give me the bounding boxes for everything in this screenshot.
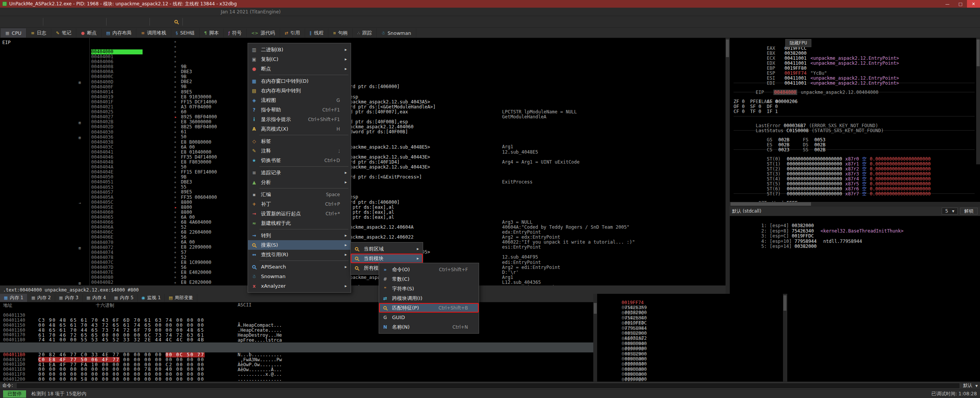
- argument-row[interactable]: 1: [esp+4] 00382000: [734, 218, 980, 224]
- registers-hscrollbar[interactable]: [730, 202, 980, 206]
- breakpoint-dot-icon[interactable]: [174, 95, 176, 100]
- disassembly-row[interactable]: 0040406C 6A 00 push 0: [0, 220, 726, 225]
- register-value[interactable]: 00404000: [773, 90, 797, 95]
- tab-seh[interactable]: § SEH链: [171, 28, 200, 38]
- menu-item-label[interactable]: ◇ 标签: [248, 136, 351, 146]
- breakpoint-dot-icon[interactable]: [174, 250, 176, 255]
- breakpoint-dot-icon[interactable]: [174, 155, 176, 160]
- breakpoint-dot-icon[interactable]: [174, 245, 176, 250]
- dump-row[interactable]: 004011C0 41 EA 4F 77 FA 10 00 00 00 00 0…: [0, 352, 593, 357]
- menu-file[interactable]: [0, 11, 8, 13]
- menu-item-copy[interactable]: ▣ 复制(C) ▸: [248, 54, 351, 64]
- menu-separator[interactable]: [248, 134, 351, 136]
- unlock-button[interactable]: 解锁: [960, 208, 978, 215]
- toolbar-icon[interactable]: [148, 18, 151, 26]
- close-button[interactable]: ✕: [967, 0, 980, 8]
- tab-source[interactable]: <> 源代码: [247, 28, 280, 38]
- toolbar-icon[interactable]: [181, 18, 184, 26]
- menu-item-comment[interactable]: ✎ 注释 ;: [248, 146, 351, 156]
- breakpoint-dot-icon[interactable]: [174, 180, 176, 185]
- menu-item-patch[interactable]: + 补丁 Ctrl+P: [248, 199, 351, 209]
- menu-help[interactable]: [54, 11, 61, 13]
- calling-convention-label[interactable]: 默认 (stdcall): [732, 208, 761, 215]
- disassembly-row[interactable]: 00404057 8800 mov byte ptr ds:[eax],al: [0, 180, 726, 185]
- disassembly-row[interactable]: 00404066 68 22604000 push unpackme_aspac…: [0, 210, 726, 215]
- disassembly-row[interactable]: 0040400D 89E5 mov ebp,esp: [0, 70, 726, 75]
- tab-cpu[interactable]: ▦ CPU: [1, 28, 26, 38]
- stack-scrollbar[interactable]: [783, 294, 787, 382]
- register-value[interactable]: 00411001: [785, 61, 807, 66]
- disassembly-row[interactable]: 00404046 50 push eax: [0, 145, 726, 150]
- tab-memory-map[interactable]: ▤ 内存布局: [102, 28, 136, 38]
- menu-favourites[interactable]: [38, 11, 46, 13]
- menu-item-set-new-origin[interactable]: → 设置新的运行起点 Ctrl+*: [248, 209, 351, 218]
- stop-icon[interactable]: [31, 17, 41, 26]
- arg-count-combo[interactable]: 5▾: [942, 208, 958, 215]
- breakpoint-dot-icon[interactable]: [174, 125, 176, 130]
- menu-item-find-intermodular-calls[interactable]: ⇄ 跨模块调用(I): [379, 293, 479, 303]
- breakpoint-dot-icon[interactable]: [174, 270, 176, 275]
- dump-row[interactable]: 00401170 74 41 00 00 55 53 45 52 33 32 2…: [0, 328, 593, 332]
- collapse-icon[interactable]: ⊞: [79, 246, 81, 251]
- menu-item-snowman[interactable]: ☃ Snowman: [248, 272, 351, 281]
- disassembly-scrollbar[interactable]: [726, 38, 729, 294]
- toolbar-icon[interactable]: [105, 18, 108, 26]
- dump-row[interactable]: 004011A0 20 82 46 77 C0 33 4E 77 00 00 0…: [0, 342, 593, 347]
- breakpoint-dot-icon[interactable]: [174, 220, 176, 225]
- breakpoint-dot-icon[interactable]: [174, 90, 176, 95]
- disassembly-row[interactable]: 0040406A 56 push esi esi:EntryPoint: [0, 215, 726, 220]
- breakpoint-dot-icon[interactable]: [174, 170, 176, 175]
- breakpoint-dot-icon[interactable]: [174, 39, 176, 44]
- disassembly-row[interactable]: 00404025 E8 36000000 call unpackme_aspac…: [0, 100, 726, 105]
- disassembly-row[interactable]: 00404036 6A 00 push 0: [0, 125, 726, 130]
- dump-scrollbar[interactable]: [593, 294, 597, 382]
- breakpoint-dot-icon[interactable]: [174, 49, 176, 54]
- dump-row[interactable]: 004011B0 C0 E8 4F 77 50 06 4F 77 00 00 0…: [0, 347, 593, 352]
- menu-item-binary[interactable]: ▥ 二进制(B) ▸: [248, 45, 351, 54]
- disassembly-row[interactable]: 00404051 89E5 mov ebp,esp: [0, 170, 726, 175]
- breakpoint-dot-icon[interactable]: [174, 205, 177, 210]
- menu-separator[interactable]: [248, 187, 351, 190]
- breakpoint-dot-icon[interactable]: [174, 110, 176, 115]
- dump-row[interactable]: 00401160 61 70 46 72 65 65 00 00 00 00 6…: [0, 323, 593, 328]
- disassembly-row[interactable]: 00404065 52 push edx Arg2 = edx:EntryPoi…: [0, 205, 726, 210]
- dump-tab-memory1[interactable]: ▦ 内存 1: [0, 294, 28, 302]
- disassembly-row[interactable]: 00404048 FF15 E0F14000 call dword ptr ds…: [0, 150, 726, 155]
- menu-item-instruction-tips[interactable]: i 显示指令提示 Ctrl+Shift+F1: [248, 115, 351, 124]
- disassembly-row[interactable]: 00404050 55 push ebp: [0, 165, 726, 170]
- disassembly-row[interactable]: 0040404E DBE3 fninit: [0, 160, 726, 165]
- toolbar-icon[interactable]: [41, 18, 45, 26]
- command-mode-select[interactable]: 默认▾: [963, 382, 978, 389]
- search-icon[interactable]: [174, 20, 178, 23]
- tab-call-stack[interactable]: ≡ 调用堆栈: [136, 28, 171, 38]
- menu-item-instruction-help[interactable]: ? 指令帮助 Ctrl+F1: [248, 105, 351, 115]
- breakpoint-icon[interactable]: [128, 17, 138, 26]
- dump-row[interactable]: 004011F0 00 00 00 00 58 00 00 00 00 00 0…: [0, 367, 593, 372]
- hide-fpu-button[interactable]: 隐藏FPU: [785, 39, 811, 47]
- step-into-icon[interactable]: [55, 17, 65, 26]
- menu-item-find-command[interactable]: » 命令(O) Ctrl+Shift+F: [379, 265, 479, 274]
- dump-row[interactable]: 00401140 00 48 65 61 70 43 72 65 61 74 6…: [0, 313, 593, 318]
- tab-references[interactable]: ⇄ 引用: [280, 28, 305, 38]
- disassembly-row[interactable]: ⊞ 0040403C FF35 D4F14000 push dword ptr …: [0, 135, 726, 140]
- flags-row[interactable]: CF 0 TF 0 IF 1: [734, 109, 975, 114]
- menu-item-current-region[interactable]: 当前区域 ▸: [351, 244, 423, 254]
- breakpoint-dot-icon[interactable]: [174, 185, 176, 190]
- disassembly-row[interactable]: 00404041 E8 F8030000 call <unpackme_aspa…: [0, 140, 726, 145]
- dump-tab-memory2[interactable]: ▦ 内存 2: [28, 294, 55, 302]
- menu-separator[interactable]: [248, 228, 351, 231]
- restart-icon[interactable]: [11, 17, 21, 26]
- menu-plugins[interactable]: [31, 11, 38, 13]
- register-value[interactable]: 0019FF80: [785, 66, 807, 71]
- menu-item-graph[interactable]: ◈ 流程图 G: [248, 95, 351, 105]
- menu-item-follow-in-memory-map[interactable]: ▤ 在内存布局中转到: [248, 86, 351, 95]
- menu-view[interactable]: [8, 11, 15, 13]
- disassembly-row[interactable]: 00404001 9B fwait: [0, 44, 726, 49]
- dump-row[interactable]: 004011E0 00 00 00 00 00 00 00 00 00 00 0…: [0, 362, 593, 367]
- open-file-icon[interactable]: [2, 17, 11, 26]
- menu-item-search[interactable]: 搜索(S) ▸: [248, 240, 351, 250]
- breakpoint-dot-icon[interactable]: [174, 260, 176, 265]
- disassembly-row[interactable]: 00404053 FF35 00604000 push dword ptr ds…: [0, 175, 726, 180]
- breakpoint-dot-icon[interactable]: [174, 195, 176, 200]
- disassembly-row[interactable]: 0040406E E8 22090000 call <unpackme_aspa…: [0, 225, 726, 230]
